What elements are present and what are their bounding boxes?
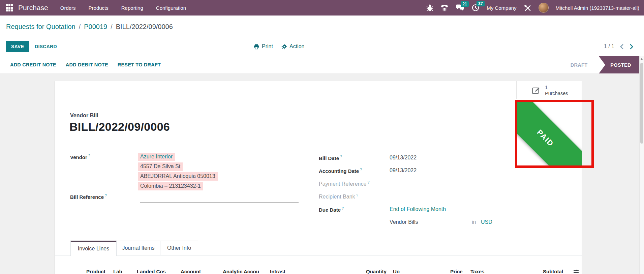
discard-button[interactable]: DISCARD xyxy=(35,41,57,52)
bill-reference-label: Bill Reference? xyxy=(70,193,107,200)
purchases-stat-button[interactable]: 1 Purchases xyxy=(516,81,582,99)
edit-note-icon xyxy=(531,86,541,95)
pager: 1 / 1 xyxy=(604,41,634,52)
breadcrumb-current: BILL/2022/09/0006 xyxy=(116,23,173,31)
purchases-stat-text: 1 Purchases xyxy=(545,84,568,96)
optional-columns-icon[interactable] xyxy=(573,269,579,274)
help-question-mark: ? xyxy=(105,193,107,197)
printer-icon xyxy=(253,44,259,50)
due-date-value[interactable]: End of Following Month xyxy=(390,206,446,212)
main-menu: Orders Products Reporting Configuration xyxy=(60,5,186,11)
column-header-landed-costs[interactable]: Landed Cos xyxy=(137,269,166,274)
journal-in-word: in xyxy=(472,219,476,225)
scrollbar-up-arrow[interactable] xyxy=(640,58,643,60)
help-question-mark: ? xyxy=(342,206,344,210)
column-header-product[interactable]: Product xyxy=(86,269,105,274)
menu-orders[interactable]: Orders xyxy=(60,5,76,11)
vertical-scrollbar[interactable] xyxy=(639,56,644,274)
breadcrumb-requests-for-quotation[interactable]: Requests for Quotation xyxy=(6,23,75,31)
app-name[interactable]: Purchase xyxy=(18,4,48,12)
menu-products[interactable]: Products xyxy=(89,5,109,11)
column-header-account[interactable]: Account xyxy=(181,269,201,274)
column-header-quantity[interactable]: Quantity xyxy=(366,269,387,274)
top-navbar: Purchase Orders Products Reporting Confi… xyxy=(0,0,644,16)
scrollbar-thumb[interactable] xyxy=(640,63,643,144)
column-header-label[interactable]: Lab xyxy=(113,269,122,274)
bill-reference-input[interactable] xyxy=(140,202,299,203)
status-step-posted[interactable]: POSTED xyxy=(599,56,639,73)
column-header-analytic-account[interactable]: Analytic Accou xyxy=(223,269,259,274)
menu-reporting[interactable]: Reporting xyxy=(121,5,143,11)
tab-other-info[interactable]: Other Info xyxy=(160,241,198,255)
status-step-draft[interactable]: DRAFT xyxy=(559,56,599,73)
column-header-taxes[interactable]: Taxes xyxy=(470,269,484,274)
vendor-link[interactable]: Azure Interior xyxy=(138,153,175,161)
help-question-mark: ? xyxy=(340,155,342,159)
help-question-mark: ? xyxy=(367,180,369,184)
help-question-mark: ? xyxy=(88,154,90,158)
accounting-date-value[interactable]: 09/13/2022 xyxy=(390,168,417,174)
currency-value[interactable]: USD xyxy=(481,219,492,225)
vendor-address-line: Colombia – 213123432-1 xyxy=(138,182,203,190)
vendor-address-line: 4557 De Silva St xyxy=(138,162,183,171)
messages-count-badge: 21 xyxy=(461,1,468,7)
bill-date-label: Bill Date? xyxy=(319,155,342,161)
due-date-label: Due Date? xyxy=(319,206,344,213)
messages-chat-icon[interactable]: 21 xyxy=(456,4,464,12)
activities-clock-icon[interactable]: 37 xyxy=(471,4,480,12)
column-header-uom[interactable]: Uo xyxy=(393,269,400,274)
accounting-date-label: Accounting Date? xyxy=(319,168,362,174)
pager-previous-icon[interactable] xyxy=(619,44,624,50)
column-header-intrastat[interactable]: Intrast xyxy=(270,269,285,274)
tab-invoice-lines[interactable]: Invoice Lines xyxy=(70,241,117,256)
action-button[interactable]: Action xyxy=(281,41,304,52)
print-button[interactable]: Print xyxy=(253,41,273,52)
recipient-bank-label: Recipient Bank? xyxy=(319,193,358,200)
breadcrumb-separator: / xyxy=(111,23,113,31)
pager-count: 1 / 1 xyxy=(604,43,614,50)
form-statusbar: ADD CREDIT NOTE ADD DEBIT NOTE RESET TO … xyxy=(0,56,644,73)
purchases-count: 1 xyxy=(545,84,568,90)
topbar-systray: 21 37 My Company Mitchell Admin (1923371… xyxy=(426,3,639,13)
paid-ribbon: PAID xyxy=(517,102,582,165)
breadcrumb-p00019[interactable]: P00019 xyxy=(84,23,107,31)
column-header-subtotal[interactable]: Subtotal xyxy=(543,269,563,274)
breadcrumb: Requests for Quotation / P00019 / BILL/2… xyxy=(6,23,173,31)
debug-bug-icon[interactable] xyxy=(426,4,433,12)
vendor-label: Vendor? xyxy=(70,154,90,160)
document-title[interactable]: BILL/2022/09/0006 xyxy=(69,120,170,133)
activities-count-badge: 37 xyxy=(477,1,484,6)
voip-phone-icon[interactable] xyxy=(440,4,449,12)
paid-ribbon-text: PAID xyxy=(535,128,555,148)
highlight-annotation-box: PAID xyxy=(515,100,594,168)
add-debit-note-button[interactable]: ADD DEBIT NOTE xyxy=(66,62,108,67)
button-box: 1 Purchases xyxy=(55,81,582,99)
breadcrumb-separator: / xyxy=(79,23,81,31)
vendor-field-value: Azure Interior 4557 De Silva St ABEJORRA… xyxy=(138,153,218,190)
paid-ribbon-container: PAID xyxy=(517,102,582,165)
status-steps: DRAFT POSTED xyxy=(559,56,639,73)
user-avatar[interactable] xyxy=(539,3,549,13)
journal-value[interactable]: Vendor Bills xyxy=(390,219,418,225)
document-type-label: Vendor Bill xyxy=(70,113,98,119)
payment-reference-label: Payment Reference? xyxy=(319,180,370,187)
help-question-mark: ? xyxy=(360,168,362,172)
column-header-price[interactable]: Price xyxy=(450,269,463,274)
vendor-address-line: ABEJORRAL Antioquia 050013 xyxy=(138,172,218,181)
company-switcher[interactable]: My Company xyxy=(487,5,516,11)
gear-icon xyxy=(281,44,287,50)
save-button[interactable]: SAVE xyxy=(6,41,29,52)
menu-configuration[interactable]: Configuration xyxy=(156,5,186,11)
user-menu[interactable]: Mitchell Admin (19233713-master-all) xyxy=(556,5,639,11)
tab-journal-items[interactable]: Journal Items xyxy=(117,241,160,255)
reset-to-draft-button[interactable]: RESET TO DRAFT xyxy=(118,62,161,67)
add-credit-note-button[interactable]: ADD CREDIT NOTE xyxy=(10,62,56,67)
pager-next-icon[interactable] xyxy=(629,44,634,50)
statusbar-buttons: ADD CREDIT NOTE ADD DEBIT NOTE RESET TO … xyxy=(10,56,161,73)
help-question-mark: ? xyxy=(356,193,358,197)
notebook-tabs: Invoice Lines Journal Items Other Info xyxy=(70,241,198,256)
apps-menu-icon[interactable] xyxy=(5,4,13,12)
support-tools-icon[interactable] xyxy=(524,4,531,12)
form-sheet: 1 Purchases Vendor Bill BILL/2022/09/000… xyxy=(55,81,582,274)
bill-date-value[interactable]: 09/13/2022 xyxy=(390,155,417,161)
